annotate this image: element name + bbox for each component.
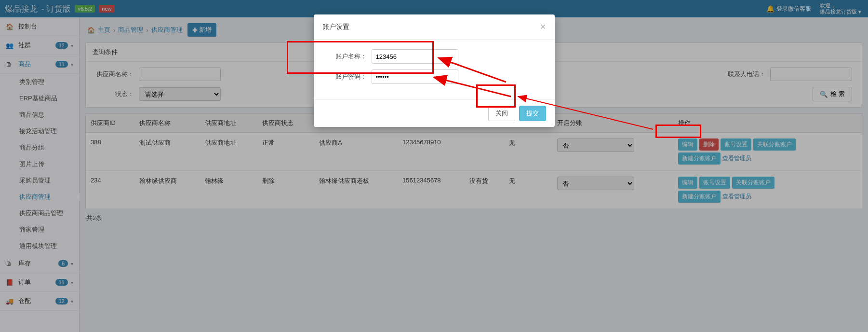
form-row-password: 账户密码： — [328, 69, 540, 84]
modal-submit-btn[interactable]: 提交 — [519, 106, 546, 121]
account-name-input[interactable] — [372, 49, 458, 64]
modal-footer: 关闭 提交 — [314, 99, 555, 127]
modal-body: 账户名称： 账户密码： — [314, 40, 555, 99]
account-settings-modal: 账户设置 × 账户名称： 账户密码： 关闭 提交 — [314, 14, 555, 127]
account-password-input[interactable] — [372, 69, 458, 84]
account-name-label: 账户名称： — [328, 52, 367, 61]
modal-title: 账户设置 — [322, 23, 349, 31]
account-password-label: 账户密码： — [328, 72, 367, 81]
form-row-name: 账户名称： — [328, 49, 540, 64]
modal-close-btn[interactable]: 关闭 — [488, 106, 515, 121]
close-icon: × — [540, 21, 546, 32]
modal-header: 账户设置 × — [314, 14, 555, 40]
modal-close-button[interactable]: × — [540, 21, 546, 32]
